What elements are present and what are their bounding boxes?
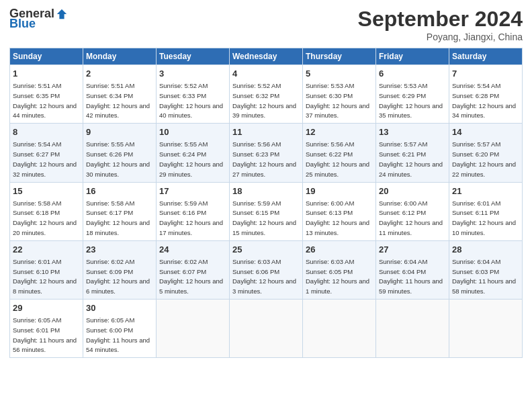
table-row: 29 Sunrise: 6:05 AMSunset: 6:01 PMDaylig…	[10, 300, 83, 358]
table-row: 20 Sunrise: 6:00 AMSunset: 6:12 PMDaylig…	[376, 182, 449, 240]
day-info: Sunrise: 6:05 AMSunset: 6:01 PMDaylight:…	[13, 316, 77, 353]
col-monday: Monday	[83, 48, 157, 65]
col-wednesday: Wednesday	[230, 48, 303, 65]
day-number: 10	[159, 126, 226, 138]
day-info: Sunrise: 5:52 AMSunset: 6:32 PMDaylight:…	[232, 82, 296, 119]
day-info: Sunrise: 5:54 AMSunset: 6:27 PMDaylight:…	[13, 140, 77, 177]
table-row: 27 Sunrise: 6:04 AMSunset: 6:04 PMDaylig…	[376, 240, 449, 299]
table-row	[376, 300, 449, 358]
table-row: 28 Sunrise: 6:04 AMSunset: 6:03 PMDaylig…	[449, 240, 523, 299]
day-info: Sunrise: 6:00 AMSunset: 6:13 PMDaylight:…	[306, 199, 369, 236]
day-info: Sunrise: 5:57 AMSunset: 6:20 PMDaylight:…	[452, 140, 516, 177]
table-row: 7 Sunrise: 5:54 AMSunset: 6:28 PMDayligh…	[449, 65, 523, 124]
day-number: 15	[13, 185, 80, 197]
col-tuesday: Tuesday	[157, 48, 230, 65]
table-row: 23 Sunrise: 6:02 AMSunset: 6:09 PMDaylig…	[83, 240, 157, 299]
day-info: Sunrise: 5:59 AMSunset: 6:15 PMDaylight:…	[232, 199, 296, 236]
day-number: 26	[306, 244, 373, 256]
table-row: 1 Sunrise: 5:51 AMSunset: 6:35 PMDayligh…	[10, 65, 83, 124]
table-row: 18 Sunrise: 5:59 AMSunset: 6:15 PMDaylig…	[230, 182, 303, 240]
day-info: Sunrise: 5:58 AMSunset: 6:18 PMDaylight:…	[13, 199, 77, 236]
day-info: Sunrise: 6:04 AMSunset: 6:04 PMDaylight:…	[379, 258, 443, 295]
table-row: 21 Sunrise: 6:01 AMSunset: 6:11 PMDaylig…	[449, 182, 523, 240]
day-number: 22	[13, 244, 80, 256]
day-number: 4	[232, 68, 300, 80]
calendar-table: Sunday Monday Tuesday Wednesday Thursday…	[9, 48, 523, 358]
day-number: 16	[86, 185, 153, 197]
table-row	[449, 300, 523, 358]
day-number: 2	[86, 68, 153, 80]
day-info: Sunrise: 5:52 AMSunset: 6:33 PMDaylight:…	[159, 82, 223, 119]
calendar-week-4: 22 Sunrise: 6:01 AMSunset: 6:10 PMDaylig…	[10, 240, 523, 299]
day-info: Sunrise: 5:56 AMSunset: 6:22 PMDaylight:…	[306, 140, 369, 177]
day-number: 21	[452, 185, 519, 197]
logo-blue-text: Blue	[9, 17, 36, 31]
day-number: 25	[232, 244, 300, 256]
day-number: 9	[86, 126, 153, 138]
day-number: 23	[86, 244, 153, 256]
day-number: 28	[452, 244, 519, 256]
col-friday: Friday	[376, 48, 449, 65]
day-number: 20	[379, 185, 446, 197]
table-row: 10 Sunrise: 5:55 AMSunset: 6:24 PMDaylig…	[157, 124, 230, 182]
day-number: 6	[379, 68, 446, 80]
table-row: 11 Sunrise: 5:56 AMSunset: 6:23 PMDaylig…	[230, 124, 303, 182]
day-info: Sunrise: 6:05 AMSunset: 6:00 PMDaylight:…	[86, 316, 150, 353]
day-number: 11	[232, 126, 300, 138]
day-number: 7	[452, 68, 519, 80]
calendar-header-row: Sunday Monday Tuesday Wednesday Thursday…	[10, 48, 523, 65]
day-info: Sunrise: 5:59 AMSunset: 6:16 PMDaylight:…	[159, 199, 223, 236]
table-row: 5 Sunrise: 5:53 AMSunset: 6:30 PMDayligh…	[303, 65, 376, 124]
col-sunday: Sunday	[10, 48, 83, 65]
day-number: 19	[306, 185, 373, 197]
calendar-week-1: 1 Sunrise: 5:51 AMSunset: 6:35 PMDayligh…	[10, 65, 523, 124]
table-row: 24 Sunrise: 6:02 AMSunset: 6:07 PMDaylig…	[157, 240, 230, 299]
day-info: Sunrise: 5:53 AMSunset: 6:30 PMDaylight:…	[306, 82, 369, 119]
table-row: 3 Sunrise: 5:52 AMSunset: 6:33 PMDayligh…	[157, 65, 230, 124]
day-info: Sunrise: 6:01 AMSunset: 6:11 PMDaylight:…	[452, 199, 516, 236]
day-info: Sunrise: 5:58 AMSunset: 6:17 PMDaylight:…	[86, 199, 150, 236]
table-row: 30 Sunrise: 6:05 AMSunset: 6:00 PMDaylig…	[83, 300, 157, 358]
table-row	[157, 300, 230, 358]
table-row	[230, 300, 303, 358]
day-info: Sunrise: 5:57 AMSunset: 6:21 PMDaylight:…	[379, 140, 443, 177]
table-row: 6 Sunrise: 5:53 AMSunset: 6:29 PMDayligh…	[376, 65, 449, 124]
title-section: September 2024 Poyang, Jiangxi, China	[358, 7, 523, 42]
table-row: 8 Sunrise: 5:54 AMSunset: 6:27 PMDayligh…	[10, 124, 83, 182]
calendar-week-3: 15 Sunrise: 5:58 AMSunset: 6:18 PMDaylig…	[10, 182, 523, 240]
table-row	[303, 300, 376, 358]
table-row: 14 Sunrise: 5:57 AMSunset: 6:20 PMDaylig…	[449, 124, 523, 182]
day-info: Sunrise: 6:02 AMSunset: 6:07 PMDaylight:…	[159, 258, 223, 295]
day-info: Sunrise: 6:02 AMSunset: 6:09 PMDaylight:…	[86, 258, 150, 295]
day-info: Sunrise: 5:51 AMSunset: 6:34 PMDaylight:…	[86, 82, 150, 119]
table-row: 15 Sunrise: 5:58 AMSunset: 6:18 PMDaylig…	[10, 182, 83, 240]
day-info: Sunrise: 6:03 AMSunset: 6:05 PMDaylight:…	[306, 258, 369, 295]
day-number: 27	[379, 244, 446, 256]
month-title: September 2024	[358, 7, 523, 32]
svg-marker-0	[57, 9, 66, 18]
col-saturday: Saturday	[449, 48, 523, 65]
day-number: 17	[159, 185, 226, 197]
day-number: 29	[13, 302, 80, 314]
day-info: Sunrise: 5:54 AMSunset: 6:28 PMDaylight:…	[452, 82, 516, 119]
calendar-week-5: 29 Sunrise: 6:05 AMSunset: 6:01 PMDaylig…	[10, 300, 523, 358]
day-info: Sunrise: 6:04 AMSunset: 6:03 PMDaylight:…	[452, 258, 516, 295]
table-row: 2 Sunrise: 5:51 AMSunset: 6:34 PMDayligh…	[83, 65, 157, 124]
calendar-week-2: 8 Sunrise: 5:54 AMSunset: 6:27 PMDayligh…	[10, 124, 523, 182]
logo-icon	[56, 8, 68, 20]
day-number: 5	[306, 68, 373, 80]
day-info: Sunrise: 5:53 AMSunset: 6:29 PMDaylight:…	[379, 82, 443, 119]
logo: General Blue	[9, 7, 68, 31]
day-info: Sunrise: 6:00 AMSunset: 6:12 PMDaylight:…	[379, 199, 443, 236]
day-info: Sunrise: 5:55 AMSunset: 6:26 PMDaylight:…	[86, 140, 150, 177]
table-row: 25 Sunrise: 6:03 AMSunset: 6:06 PMDaylig…	[230, 240, 303, 299]
table-row: 13 Sunrise: 5:57 AMSunset: 6:21 PMDaylig…	[376, 124, 449, 182]
table-row: 9 Sunrise: 5:55 AMSunset: 6:26 PMDayligh…	[83, 124, 157, 182]
day-info: Sunrise: 5:51 AMSunset: 6:35 PMDaylight:…	[13, 82, 77, 119]
day-info: Sunrise: 5:55 AMSunset: 6:24 PMDaylight:…	[159, 140, 223, 177]
day-number: 1	[13, 68, 80, 80]
col-thursday: Thursday	[303, 48, 376, 65]
table-row: 12 Sunrise: 5:56 AMSunset: 6:22 PMDaylig…	[303, 124, 376, 182]
day-number: 30	[86, 302, 153, 314]
table-row: 16 Sunrise: 5:58 AMSunset: 6:17 PMDaylig…	[83, 182, 157, 240]
